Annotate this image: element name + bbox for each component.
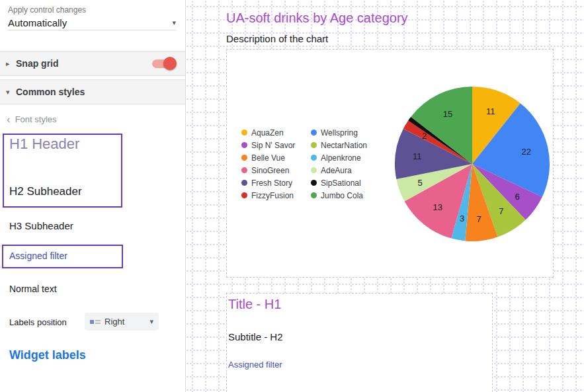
legend-column: AquaZenSip N' SavorBelle VueSinoGreenFre… [241,126,311,202]
legend-label: Alpenkrone [321,153,361,163]
widget-labels-heading: Widget labels [9,348,86,362]
apply-control-value: Automatically [8,17,67,28]
dashboard-editor: Apply control changes Automatically ▾ ▸ … [0,0,584,392]
pie-slice-label: 6 [515,192,519,202]
legend-color-dot [311,155,317,161]
style-sample-h2[interactable]: H2 Subheader [9,185,82,198]
legend-color-dot [311,167,317,173]
snap-grid-toggle[interactable] [152,59,175,68]
text-widget[interactable]: Title - H1 Subtitle - H2 Assigned filter [226,293,493,392]
legend-color-dot [241,180,247,186]
apply-control-label: Apply control changes [8,5,86,15]
legend-item[interactable]: Jumbo Cola [311,189,367,202]
legend-color-dot [241,192,247,198]
pie-slice-label: 11 [413,151,422,161]
legend-label: SipSational [321,178,361,188]
legend-column: WellspringNectarNationAlpenkroneAdeAuraS… [311,126,367,202]
snap-grid-section[interactable]: ▸ Snap grid [0,51,185,76]
properties-sidebar: Apply control changes Automatically ▾ ▸ … [0,0,186,392]
legend-label: Fresh Story [251,178,292,188]
legend-label: AquaZen [251,128,284,137]
chevron-left-icon: ‹ [7,114,11,125]
style-sample-h1[interactable]: H1 Header [9,136,79,153]
legend-color-dot [311,180,317,186]
legend-label: Wellspring [321,128,358,137]
pie-chart: 1122677313511215 [393,85,552,243]
legend-color-dot [311,142,317,148]
toggle-knob [163,57,177,70]
chevron-down-icon: ▾ [149,318,153,325]
common-styles-label: Common styles [16,87,85,97]
chart-description: Description of the chart [226,33,328,44]
legend-label: Belle Vue [251,153,285,163]
legend-item[interactable]: FizzyFusion [241,189,311,202]
legend-label: Sip N' Savor [251,141,295,150]
pie-slice-label: 7 [477,214,481,224]
legend-color-dot [241,167,247,173]
text-widget-title: Title - H1 [228,297,281,312]
labels-position-value: Right [104,317,149,327]
pie-slice-label: 7 [499,206,503,216]
legend-label: FizzyFusion [251,191,294,200]
legend-item[interactable]: SipSational [311,176,367,189]
pie-slice-label: 22 [522,147,531,157]
pie-slice-label: 15 [443,109,452,119]
legend-item[interactable]: SinoGreen [241,164,311,176]
legend-item[interactable]: Sip N' Savor [241,139,311,151]
apply-control-select[interactable]: Automatically ▾ [8,16,176,30]
pie-slice-label: 5 [417,178,422,188]
labels-position-select[interactable]: Right ▾ [85,313,159,331]
legend-label: AdeAura [321,166,352,175]
chart-title: UA-soft drinks by Age category [226,11,408,26]
chevron-down-icon: ▾ [172,19,176,26]
pie-slice-label: 11 [486,106,495,116]
legend-item[interactable]: Fresh Story [241,176,311,189]
font-styles-back-link[interactable]: ‹ Font styles [7,114,57,125]
legend-item[interactable]: AdeAura [311,164,367,176]
chart-legend: AquaZenSip N' SavorBelle VueSinoGreenFre… [241,126,367,202]
legend-label: NectarNation [321,141,367,150]
common-styles-section[interactable]: ▾ Common styles [0,79,185,104]
legend-color-dot [311,192,317,198]
legend-item[interactable]: Wellspring [311,126,367,139]
expand-down-icon: ▾ [6,88,16,97]
legend-item[interactable]: AquaZen [241,126,311,139]
pie-slice-label: 13 [433,202,442,212]
style-sample-h3[interactable]: H3 Subheader [9,220,73,231]
style-sample-normal-text[interactable]: Normal text [9,284,57,294]
legend-item[interactable]: Belle Vue [241,151,311,164]
pie-slice-label: 3 [460,214,464,223]
legend-item[interactable]: NectarNation [311,139,367,151]
labels-position-label: Labels position [9,317,67,327]
legend-position-icon [90,318,101,326]
legend-color-dot [311,130,317,136]
style-sample-assigned-filter[interactable]: Assigned filter [9,251,67,261]
legend-color-dot [241,142,247,148]
snap-grid-label: Snap grid [16,58,59,69]
legend-item[interactable]: Alpenkrone [311,151,367,164]
report-canvas[interactable]: UA-soft drinks by Age category Descripti… [186,0,584,392]
text-widget-subtitle: Subtitle - H2 [228,331,283,342]
legend-label: Jumbo Cola [321,191,363,200]
text-widget-assigned-filter: Assigned filter [228,360,282,370]
legend-color-dot [241,130,247,136]
legend-color-dot [241,155,247,161]
legend-label: SinoGreen [251,166,289,175]
font-styles-label: Font styles [15,114,57,124]
pie-chart-widget[interactable]: AquaZenSip N' SavorBelle VueSinoGreenFre… [226,49,554,278]
expand-right-icon: ▸ [6,59,16,68]
